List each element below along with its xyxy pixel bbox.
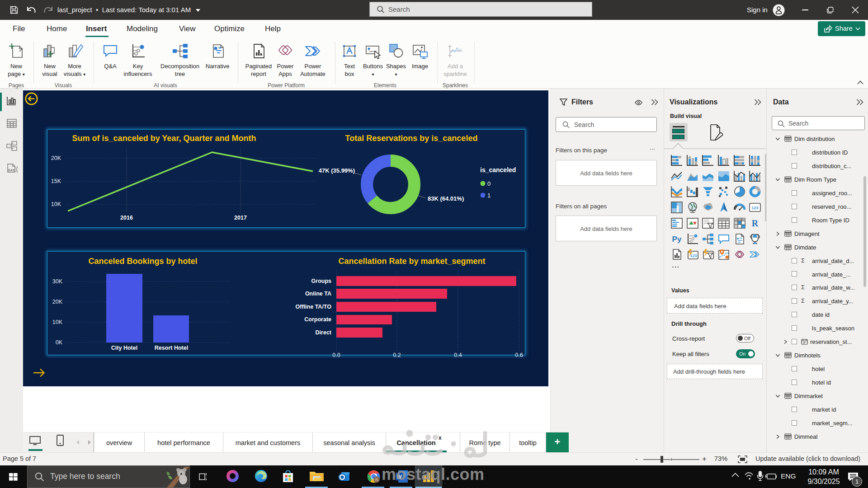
svg-text:Corporate: Corporate	[304, 316, 331, 323]
svg-text:10K: 10K	[51, 201, 61, 207]
svg-text:DAX: DAX	[8, 169, 15, 172]
svg-text:Online TA: Online TA	[305, 291, 331, 297]
svg-text:Groups: Groups	[311, 278, 331, 284]
svg-text:0: 0	[487, 180, 491, 187]
svg-text:123: 123	[751, 206, 758, 210]
svg-text:83K (64.01%): 83K (64.01%)	[428, 195, 464, 202]
svg-text:is_canceled: is_canceled	[480, 166, 516, 174]
svg-text:0K: 0K	[56, 339, 63, 346]
svg-text:n: n	[375, 477, 378, 482]
svg-text:Offline TA/TO: Offline TA/TO	[296, 304, 332, 310]
svg-text:30K: 30K	[52, 278, 63, 285]
svg-text:123: 123	[690, 253, 697, 258]
svg-text:2017: 2017	[234, 215, 247, 221]
svg-text:0.0: 0.0	[332, 352, 340, 358]
svg-text:City Hotel: City Hotel	[111, 345, 137, 351]
svg-text:2016: 2016	[120, 215, 133, 221]
svg-text:Resort Hotel: Resort Hotel	[155, 345, 188, 351]
svg-text:47K (35.99%): 47K (35.99%)	[319, 167, 355, 174]
svg-text:Direct: Direct	[316, 329, 332, 336]
svg-text:0.6: 0.6	[515, 352, 523, 358]
svg-text:20K: 20K	[51, 155, 61, 161]
svg-text:Py: Py	[672, 235, 682, 244]
svg-text:R: R	[752, 218, 759, 228]
svg-text:15K: 15K	[51, 178, 61, 184]
svg-text:10K: 10K	[52, 319, 63, 325]
svg-text:1: 1	[487, 192, 491, 199]
svg-text:0.2: 0.2	[393, 352, 401, 358]
svg-text:20K: 20K	[52, 299, 63, 305]
svg-text:0.4: 0.4	[454, 352, 462, 358]
